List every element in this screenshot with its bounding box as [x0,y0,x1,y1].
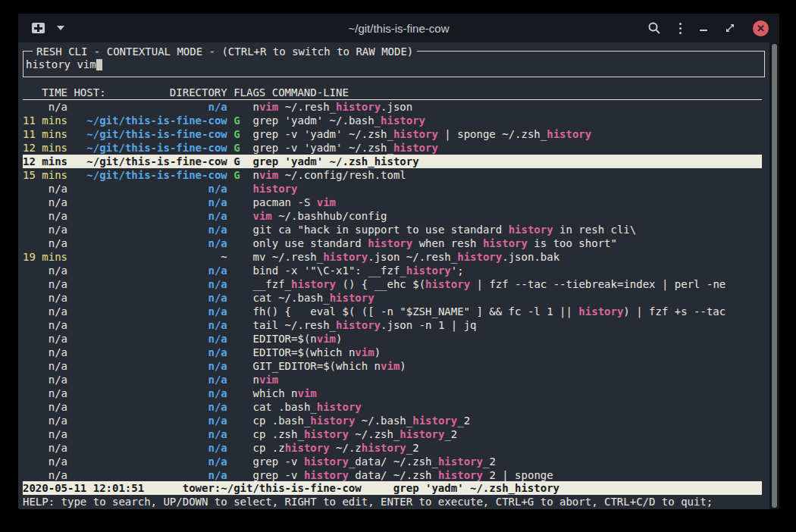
kebab-menu-icon[interactable] [679,23,682,34]
titlebar: ~/git/this-is-fine-cow ✕ [18,14,779,42]
history-row[interactable]: n/a n/a git ca "hack in support to use s… [23,223,762,236]
help-line: HELP: type to search, UP/DOWN to select,… [23,495,773,509]
selected-entry-status-bar: 2020-05-11 12:01:51 tower:~/git/this-is-… [23,481,762,495]
terminal-screen: RESH CLI - CONTEXTUAL MODE - (CTRL+R to … [18,42,779,509]
history-row[interactable]: n/a n/a only use standard history when r… [23,236,762,250]
history-list: n/a n/a nvim ~/.resh_history.json11 mins… [23,100,762,482]
restore-window-icon[interactable] [725,23,735,33]
search-input[interactable]: history vim [26,58,102,71]
history-row[interactable]: 19 mins ~ mv ~/.resh_history.json ~/.res… [23,250,762,264]
history-row[interactable]: n/a n/a EDITOR=$(nvim) [23,332,762,346]
history-row[interactable]: n/a n/a which nvim [23,386,762,400]
terminal-window: ~/git/this-is-fine-cow ✕ RESH CL [18,14,779,509]
minimize-button[interactable] [700,30,707,31]
table-header: TIME HOST: DIRECTORY FLAGS COMMAND-LINE [23,86,762,100]
history-row[interactable]: n/a n/a EDITOR=$(which nvim) [23,346,762,359]
history-row[interactable]: n/a n/a grep -v history_data/ ~/.zsh_his… [23,468,762,482]
history-row[interactable]: n/a n/a history [23,182,762,196]
history-row[interactable]: 12 mins ~/git/this-is-fine-cow G grep 'y… [23,155,762,168]
search-box: RESH CLI - CONTEXTUAL MODE - (CTRL+R to … [23,51,765,77]
history-row[interactable]: n/a n/a cp .bash_history ~/.bash_history… [23,414,762,427]
history-row[interactable]: n/a n/a __fzf_history () { __ehc $(histo… [23,277,762,291]
history-row[interactable]: n/a n/a pacman -S vim [23,196,762,209]
history-row[interactable]: 11 mins ~/git/this-is-fine-cow G grep 'y… [23,114,762,127]
history-row[interactable]: n/a n/a GIT_EDITOR=$(which nvim) [23,359,762,373]
history-row[interactable]: n/a n/a cp .zhistory ~/.zhistory_2 [23,441,762,455]
history-row[interactable]: n/a n/a cat ~/.bash_history [23,291,762,305]
history-row[interactable]: n/a n/a cat .bash_history [23,400,762,414]
history-row[interactable]: n/a n/a cp .zsh_history ~/.zsh_history_2 [23,427,762,441]
close-button[interactable]: ✕ [753,20,769,36]
scrollbar-thumb[interactable] [772,44,777,508]
history-row[interactable]: n/a n/a bind -x '"\C-x1": __fzf_history'… [23,264,762,277]
history-row[interactable]: 15 mins ~/git/this-is-fine-cow G nvim ~/… [23,168,762,182]
search-icon[interactable] [647,21,661,35]
resh-mode-title: RESH CLI - CONTEXTUAL MODE - (CTRL+R to … [33,45,417,58]
scrollbar-track[interactable] [769,42,779,509]
history-row[interactable]: n/a n/a grep -v history_data/ ~/.zsh_his… [23,455,762,468]
history-row[interactable]: n/a n/a nvim ~/.resh_history.json [23,100,762,114]
history-row[interactable]: 12 mins ~/git/this-is-fine-cow G grep -v… [23,141,762,155]
history-row[interactable]: 11 mins ~/git/this-is-fine-cow G grep -v… [23,127,762,141]
search-query-text: history vim [26,58,96,71]
text-cursor [96,59,102,70]
history-row[interactable]: n/a n/a nvim [23,373,762,386]
history-row[interactable]: n/a n/a tail ~/.resh_history.json -n 1 |… [23,318,762,332]
history-row[interactable]: n/a n/a vim ~/.bashhub/config [23,209,762,223]
history-row[interactable]: n/a n/a fh() { eval $( ([ -n "$ZSH_NAME"… [23,305,762,318]
